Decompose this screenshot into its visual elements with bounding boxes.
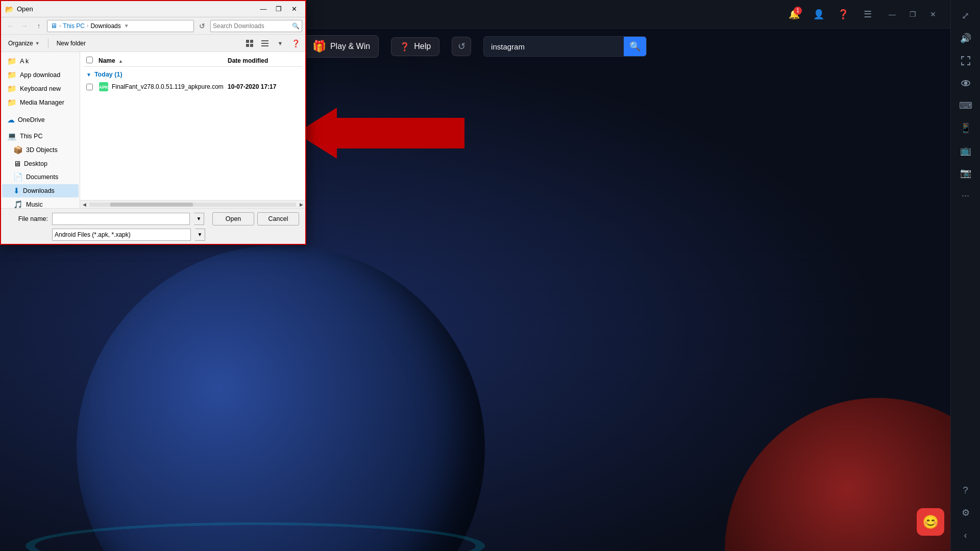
file-group-today[interactable]: ▼ Today (1) [83, 69, 302, 80]
play-win-button[interactable]: 🎁 Play & Win [304, 35, 379, 58]
file-list-header: Name ▲ Date modified [83, 55, 302, 67]
nav-label-music: Music [26, 201, 43, 208]
apk-file-icon: APK [99, 82, 109, 92]
search-bar: 🔍 [483, 36, 647, 57]
dialog-search-input[interactable] [213, 22, 290, 30]
minimize-button[interactable]: — [883, 5, 901, 23]
thispc-icon: 💻 [7, 132, 17, 141]
more-icon[interactable]: ··· [955, 185, 976, 206]
nav-item-keyboardnew[interactable]: 📁 Keyboard new [2, 82, 79, 95]
view-chevron-button[interactable]: ▼ [274, 37, 287, 50]
scroll-thumb[interactable] [110, 203, 193, 207]
nav-label-ak: A k [20, 58, 29, 65]
nav-item-downloads[interactable]: ⬇ Downloads [2, 184, 79, 197]
close-button[interactable]: ✕ [924, 5, 942, 23]
search-button[interactable]: 🔍 [624, 37, 646, 56]
nav-item-desktop[interactable]: 🖥 Desktop [2, 157, 79, 170]
breadcrumb-refresh-button[interactable]: ↺ [196, 20, 208, 32]
folder-keyboardnew-icon: 📁 [7, 84, 17, 93]
svg-rect-6 [250, 44, 253, 47]
gear-icon[interactable]: ⚙ [955, 502, 976, 523]
filetype-select[interactable]: Android Files (*.apk, *.xapk) All Files … [52, 229, 191, 241]
tv-icon[interactable]: 📺 [955, 140, 976, 161]
menu-icon[interactable]: ☰ [859, 5, 877, 23]
forward-arrow-button[interactable]: → [18, 20, 31, 32]
svg-marker-2 [296, 108, 464, 159]
account-icon[interactable]: 👤 [810, 5, 828, 23]
phone-icon[interactable]: 📱 [955, 117, 976, 139]
expand-icon[interactable]: ⤢ [955, 5, 976, 27]
dialog-maximize-button[interactable]: ❐ [272, 4, 286, 15]
organize-chevron-icon: ▼ [35, 41, 40, 46]
toolbar-separator [48, 38, 48, 48]
help-icon[interactable]: ❓ [834, 5, 852, 23]
nav-item-thispc[interactable]: 💻 This PC [2, 130, 79, 143]
camera-icon[interactable]: 📷 [955, 162, 976, 184]
svg-point-1 [964, 82, 967, 85]
scroll-right-button[interactable]: ▶ [297, 201, 305, 209]
maximize-button[interactable]: ❐ [903, 5, 922, 23]
dialog-win-controls: — ❐ ✕ [256, 4, 301, 15]
organize-button[interactable]: Organize ▼ [4, 37, 44, 50]
file-checkbox-wrapper [86, 84, 99, 90]
col-header-name[interactable]: Name ▲ [99, 57, 228, 64]
select-all-checkbox[interactable] [86, 57, 93, 63]
up-arrow-button[interactable]: ↑ [33, 20, 45, 32]
notif-badge: 1 [794, 7, 802, 15]
svg-rect-3 [246, 40, 249, 43]
dialog-toolbar: Organize ▼ New folder ▼ ❓ [1, 35, 305, 52]
fullscreen-icon[interactable] [955, 50, 976, 71]
nav-item-ak[interactable]: 📁 A k [2, 55, 79, 68]
bc-downloads: Downloads [90, 22, 120, 30]
svg-rect-8 [261, 43, 268, 44]
file-row-finalfant[interactable]: APK FinalFant_v278.0.0.51.119_apkpure.co… [83, 80, 302, 93]
nav-item-music[interactable]: 🎵 Music [2, 198, 79, 208]
filename-dropdown-button[interactable]: ▼ [194, 213, 204, 225]
refresh-button[interactable]: ↺ [452, 37, 471, 56]
dialog-bottom: File name: ▼ Open Cancel Android Files (… [1, 208, 305, 244]
scroll-left-button[interactable]: ◀ [80, 201, 88, 209]
window-controls: — ❐ ✕ [883, 5, 942, 23]
search-input[interactable] [484, 38, 624, 55]
help-button[interactable]: ❓ Help [391, 37, 439, 56]
notifications-icon[interactable]: 🔔 1 [785, 5, 803, 23]
dialog-help-icon[interactable]: ❓ [289, 37, 302, 50]
back-arrow-button[interactable]: ← [4, 20, 16, 32]
file-date-finalfant: 10-07-2020 17:17 [228, 83, 299, 90]
dialog-title: Open [17, 5, 256, 13]
eye-icon[interactable] [955, 72, 976, 94]
file-checkbox[interactable] [86, 84, 93, 90]
file-name-finalfant: FinalFant_v278.0.0.51.119_apkpure.com [112, 83, 228, 90]
back-arrow-icon[interactable]: ‹ [955, 524, 976, 546]
volume-icon[interactable]: 🔊 [955, 28, 976, 49]
svg-text:APK: APK [99, 85, 108, 90]
scroll-track[interactable] [89, 203, 296, 207]
col-header-date[interactable]: Date modified [228, 57, 299, 64]
question-icon[interactable]: ? [955, 480, 976, 501]
horizontal-scrollbar[interactable]: ◀ ▶ [80, 200, 305, 208]
cancel-button[interactable]: Cancel [257, 212, 299, 226]
filename-input[interactable] [52, 213, 190, 225]
bc-thispc[interactable]: This PC [63, 22, 85, 30]
open-button[interactable]: Open [212, 212, 254, 226]
new-folder-button[interactable]: New folder [53, 37, 90, 50]
dialog-minimize-button[interactable]: — [256, 4, 271, 15]
keyboard-icon[interactable]: ⌨ [955, 95, 976, 116]
nav-item-onedrive[interactable]: ☁ OneDrive [2, 113, 79, 127]
dialog-close-button[interactable]: ✕ [287, 4, 301, 15]
nav-item-mediamanager[interactable]: 📁 Media Manager [2, 96, 79, 109]
dialog-main: 📁 A k 📁 App download 📁 Keyboard new 📁 Me… [1, 52, 305, 208]
view-options-button[interactable] [243, 37, 256, 50]
bc-dropdown[interactable]: ▼ [123, 23, 130, 29]
list-view-button[interactable] [258, 37, 272, 50]
chatbot-button[interactable]: 😊 [917, 508, 944, 536]
nav-item-appdownload[interactable]: 📁 App download [2, 68, 79, 82]
filename-row: File name: ▼ Open Cancel [7, 212, 299, 226]
nav-item-3dobjects[interactable]: 📦 3D Objects [2, 143, 79, 157]
nav-pane: 📁 A k 📁 App download 📁 Keyboard new 📁 Me… [1, 52, 80, 208]
svg-rect-5 [246, 44, 249, 47]
music-icon: 🎵 [13, 200, 23, 208]
gift-icon: 🎁 [312, 40, 326, 53]
nav-item-documents[interactable]: 📄 Documents [2, 170, 79, 184]
filetype-dropdown-button[interactable]: ▼ [195, 229, 205, 241]
